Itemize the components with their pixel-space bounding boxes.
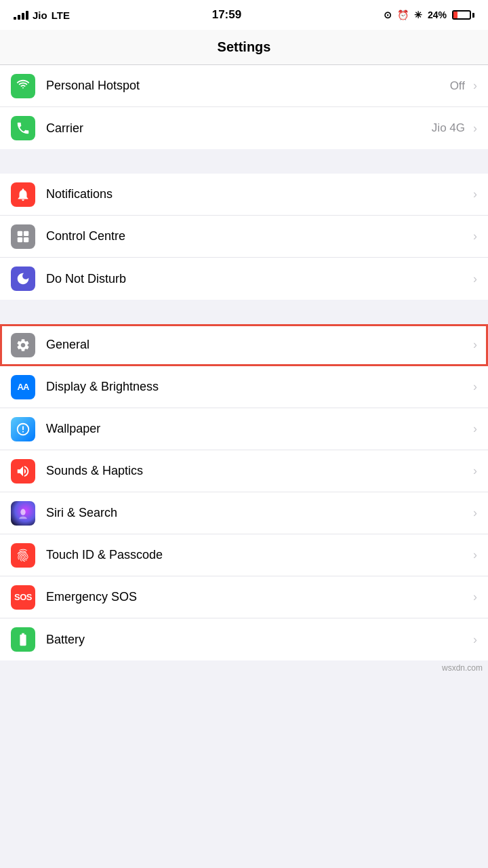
chevron-icon: › [473,79,477,93]
section-connectivity: Personal Hotspot Off › Carrier Jio 4G › [0,65,488,149]
sounds-icon [11,459,35,484]
svg-point-4 [20,509,25,515]
hotspot-value: Off [450,79,465,93]
wallpaper-label: Wallpaper [46,422,470,436]
chevron-icon: › [473,548,477,562]
control-label: Control Centre [46,229,470,243]
status-time: 17:59 [212,8,241,22]
control-icon [11,224,35,249]
alarm-icon: ⏰ [397,9,409,20]
row-personal-hotspot[interactable]: Personal Hotspot Off › [0,65,488,107]
chevron-icon: › [473,464,477,478]
sos-icon: SOS [11,585,35,610]
chevron-icon: › [473,338,477,352]
row-do-not-disturb[interactable]: Do Not Disturb › [0,258,488,300]
dnd-label: Do Not Disturb [46,272,470,286]
sos-label: Emergency SOS [46,590,470,604]
page-title: Settings [218,39,271,55]
row-display-brightness[interactable]: AA Display & Brightness › [0,366,488,408]
row-control-centre[interactable]: Control Centre › [0,216,488,258]
row-notifications[interactable]: Notifications › [0,174,488,216]
row-carrier[interactable]: Carrier Jio 4G › [0,107,488,149]
notifications-icon [11,182,35,207]
chevron-icon: › [473,229,477,243]
display-icon: AA [11,375,35,399]
chevron-icon: › [473,380,477,394]
sounds-label: Sounds & Haptics [46,464,470,478]
svg-rect-2 [18,237,22,241]
general-label: General [46,338,470,352]
wallpaper-icon [11,417,35,441]
status-left: Jio LTE [14,9,70,21]
row-sounds-haptics[interactable]: Sounds & Haptics › [0,450,488,492]
status-right: ⊙ ⏰ ✳ 24% [384,9,474,20]
section-system2: General › AA Display & Brightness › Wall… [0,324,488,660]
siri-label: Siri & Search [46,506,470,520]
location-icon: ⊙ [384,9,392,20]
dnd-icon [11,267,35,291]
hotspot-icon [11,74,35,98]
chevron-icon: › [473,121,477,136]
general-icon [11,333,35,357]
hotspot-label: Personal Hotspot [46,79,450,93]
chevron-icon: › [473,633,477,647]
carrier-label: Carrier [46,121,432,136]
row-general[interactable]: General › [0,324,488,366]
row-wallpaper[interactable]: Wallpaper › [0,408,488,450]
row-touch-id[interactable]: Touch ID & Passcode › [0,534,488,576]
carrier-icon [11,116,35,140]
section-gap-1 [0,149,488,174]
network-type: LTE [52,9,70,21]
battery-percent: 24% [428,9,447,20]
svg-rect-0 [18,231,22,235]
battery-indicator [452,10,474,20]
section-gap-2 [0,300,488,324]
chevron-icon: › [473,422,477,436]
section-system1: Notifications › Control Centre › Do Not … [0,174,488,300]
display-label: Display & Brightness [46,380,470,394]
navigation-bar: Settings [0,30,488,65]
touchid-icon [11,543,35,568]
notifications-label: Notifications [46,187,470,201]
row-siri-search[interactable]: Siri & Search › [0,492,488,534]
carrier-value: Jio 4G [432,121,465,135]
row-emergency-sos[interactable]: SOS Emergency SOS › [0,576,488,618]
chevron-icon: › [473,590,477,604]
bluetooth-icon: ✳ [414,9,422,20]
svg-rect-3 [24,237,28,241]
chevron-icon: › [473,187,477,201]
battery-icon [11,627,35,652]
svg-rect-1 [24,231,28,235]
row-battery[interactable]: Battery › [0,618,488,660]
chevron-icon: › [473,506,477,520]
siri-icon [11,501,35,526]
watermark: wsxdn.com [0,660,488,675]
battery-label: Battery [46,633,470,647]
signal-icon [14,10,28,20]
chevron-icon: › [473,272,477,286]
carrier-label: Jio [33,9,47,21]
touchid-label: Touch ID & Passcode [46,548,470,562]
status-bar: Jio LTE 17:59 ⊙ ⏰ ✳ 24% [0,0,488,30]
